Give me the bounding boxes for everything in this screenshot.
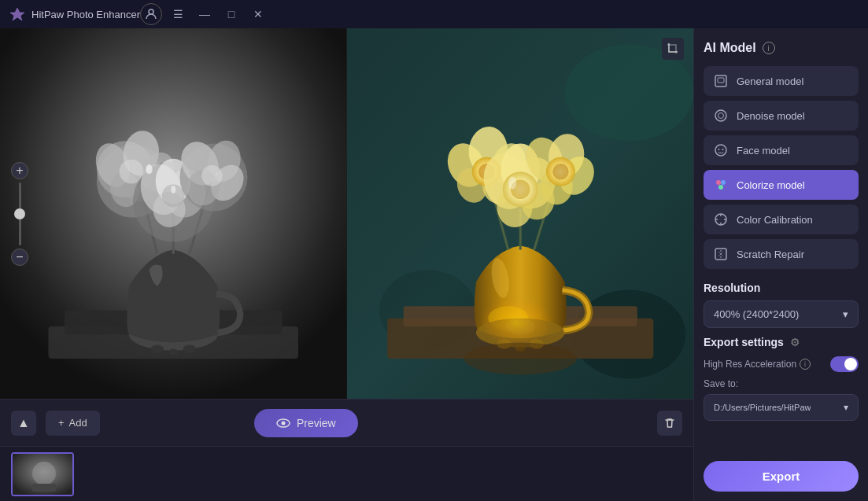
svg-point-84 [715, 145, 726, 156]
general-model-label: General model [737, 76, 803, 87]
high-res-label: High Res Acceleration i [704, 359, 811, 370]
colorize-model-icon [713, 177, 729, 193]
delete-button[interactable] [657, 411, 682, 436]
zoom-in-button[interactable]: + [11, 162, 28, 179]
svg-point-78 [32, 462, 56, 485]
svg-point-71 [552, 164, 568, 179]
canvas-area: + − [0, 28, 693, 501]
zoom-slider-track [19, 182, 21, 245]
scratch-repair-button[interactable]: Scratch Repair [704, 239, 859, 269]
general-model-icon [713, 73, 729, 89]
logo-icon [9, 6, 25, 22]
thumbnail-item[interactable] [11, 452, 74, 496]
enhanced-image [347, 28, 694, 399]
preview-button[interactable]: Preview [254, 409, 358, 437]
color-calibration-button[interactable]: Color Calibration [704, 204, 859, 234]
face-model-icon [713, 142, 729, 158]
export-settings-gear-icon[interactable]: ⚙ [790, 336, 800, 348]
maximize-button[interactable]: □ [220, 3, 242, 25]
export-settings-header: Export settings ⚙ [704, 336, 859, 348]
save-path-value: D:/Users/Pictures/HitPaw [714, 403, 811, 412]
high-res-info-icon[interactable]: i [800, 359, 811, 370]
svg-point-75 [281, 421, 285, 425]
svg-point-83 [718, 113, 724, 119]
zoom-out-button[interactable]: − [11, 249, 28, 266]
save-path-select[interactable]: D:/Users/Pictures/HitPaw ▾ [704, 394, 859, 421]
title-bar-controls: ☰ — □ ✕ [140, 3, 269, 25]
preview-label: Preview [297, 417, 336, 429]
ai-model-title: AI Model [704, 41, 756, 55]
add-file-button[interactable]: + Add [46, 411, 100, 436]
ai-model-header: AI Model i [704, 41, 859, 55]
svg-point-7 [151, 344, 164, 352]
zoom-slider-thumb[interactable] [14, 208, 25, 219]
color-image-svg [347, 28, 694, 399]
ai-model-info-icon[interactable]: i [763, 42, 775, 54]
export-button[interactable]: Export [704, 461, 859, 492]
title-bar: HitPaw Photo Enhancer ☰ — □ ✕ [0, 0, 868, 28]
svg-point-65 [508, 176, 515, 189]
main-area: + − [0, 28, 868, 501]
zoom-controls: + − [11, 162, 28, 266]
eye-icon [276, 416, 290, 430]
crop-button[interactable] [662, 38, 684, 60]
face-model-label: Face model [737, 145, 790, 157]
user-account-button[interactable] [140, 3, 162, 25]
app-logo: HitPaw Photo Enhancer [9, 6, 140, 22]
menu-button[interactable]: ☰ [167, 3, 189, 25]
denoise-model-label: Denoise model [737, 110, 805, 122]
thumbnail-preview [13, 454, 74, 496]
svg-point-9 [168, 349, 178, 355]
image-comparison: + − [0, 28, 693, 399]
color-calibration-label: Color Calibration [737, 214, 813, 226]
svg-point-8 [183, 344, 196, 352]
toggle-thumb [844, 358, 857, 370]
svg-point-32 [201, 165, 223, 186]
color-calibration-icon [713, 212, 729, 227]
path-chevron: ▾ [844, 402, 848, 413]
add-icon: + [58, 417, 65, 429]
minimize-button[interactable]: — [194, 3, 216, 25]
svg-point-73 [464, 342, 576, 374]
svg-rect-80 [715, 76, 726, 87]
svg-point-86 [722, 149, 724, 150]
add-label: Add [69, 417, 87, 429]
resolution-chevron: ▾ [843, 308, 848, 320]
svg-point-88 [721, 180, 726, 185]
scratch-repair-icon [713, 246, 729, 262]
original-image [0, 28, 347, 399]
general-model-button[interactable]: General model [704, 66, 859, 96]
thumbnail-strip [0, 446, 693, 501]
resolution-select[interactable]: 400% (2400*2400) ▾ [704, 300, 859, 328]
denoise-model-button[interactable]: Denoise model [704, 101, 859, 131]
svg-point-87 [716, 180, 721, 185]
svg-rect-79 [32, 484, 56, 492]
svg-point-1 [149, 9, 153, 14]
resolution-title: Resolution [704, 282, 859, 294]
face-model-button[interactable]: Face model [704, 135, 859, 165]
svg-point-89 [718, 185, 723, 190]
right-panel: AI Model i General model Denois [693, 28, 868, 501]
close-button[interactable]: ✕ [247, 3, 269, 25]
colorize-model-label: Colorize model [737, 179, 805, 191]
bw-image-svg [0, 28, 347, 399]
svg-point-85 [718, 149, 720, 150]
svg-rect-81 [718, 78, 724, 83]
scratch-repair-label: Scratch Repair [737, 249, 804, 260]
app-title: HitPaw Photo Enhancer [31, 9, 140, 20]
save-to-label: Save to: [704, 378, 859, 389]
bottom-toolbar: ▲ + Add Preview [0, 399, 693, 446]
resolution-value: 400% (2400*2400) [714, 308, 799, 320]
high-res-toggle[interactable] [830, 356, 859, 372]
svg-point-34 [171, 186, 175, 193]
trash-icon [663, 417, 676, 429]
high-res-setting-row: High Res Acceleration i [704, 356, 859, 372]
svg-marker-0 [10, 8, 24, 20]
colorize-model-button[interactable]: Colorize model [704, 170, 859, 200]
scroll-up-button[interactable]: ▲ [11, 411, 36, 436]
denoise-model-icon [713, 108, 729, 123]
svg-point-72 [480, 298, 552, 346]
svg-point-33 [146, 164, 152, 174]
svg-point-82 [715, 110, 726, 121]
export-settings-title: Export settings [704, 336, 784, 348]
